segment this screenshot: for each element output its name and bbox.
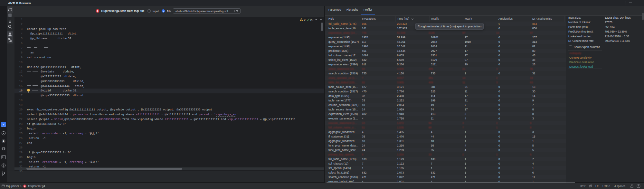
svg-text:2: 2 [304, 18, 306, 22]
svg-text:A: A [24, 185, 26, 187]
svg-text:23: 23 [310, 18, 314, 22]
svg-text:A: A [97, 10, 99, 13]
